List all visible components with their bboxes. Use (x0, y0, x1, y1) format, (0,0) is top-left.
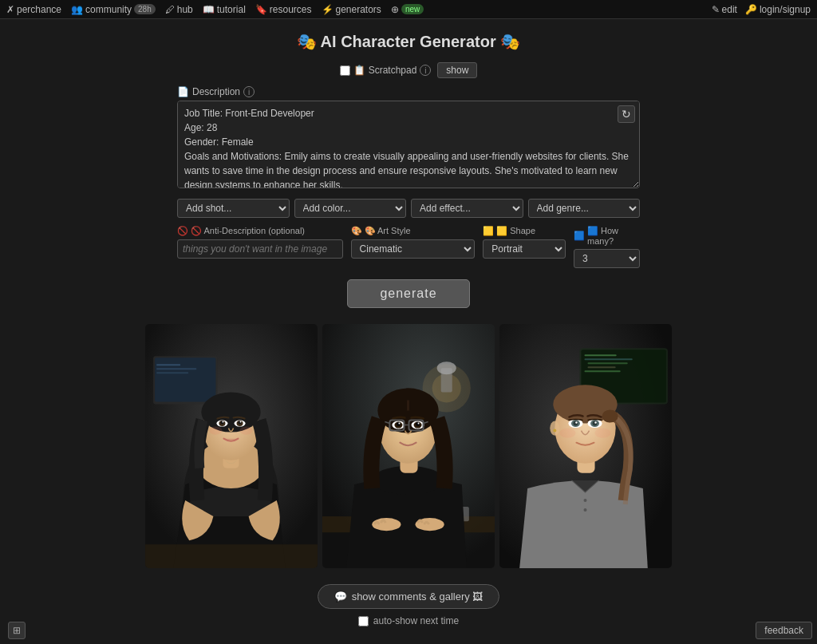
nav-login[interactable]: 🔑 login/signup (745, 4, 811, 15)
svg-point-71 (550, 421, 559, 436)
how-many-col: 🟦 🟦 How many? 1 2 3 4 (574, 226, 640, 268)
description-refresh-button[interactable]: ↻ (618, 105, 635, 123)
community-badge: 28h (134, 4, 156, 14)
svg-rect-4 (156, 368, 196, 369)
description-info-icon[interactable]: i (243, 86, 255, 97)
description-icon: 📄 (177, 86, 189, 97)
auto-show-row: auto-show next time (358, 615, 459, 626)
nav-tutorial[interactable]: 📖 tutorial (203, 4, 246, 15)
svg-point-56 (583, 508, 586, 512)
svg-point-26 (437, 362, 456, 374)
generate-button[interactable]: generate (347, 279, 469, 308)
dropdowns-row: Add shot... Add color... Add effect... A… (177, 199, 640, 218)
art-style-select[interactable]: Cinematic Realistic Anime Digital Art (351, 239, 476, 259)
svg-point-67 (593, 421, 598, 426)
image-gallery (145, 324, 672, 568)
new-icon: ⊕ (391, 4, 399, 15)
shot-dropdown[interactable]: Add shot... (177, 199, 290, 218)
community-icon: 👥 (71, 4, 83, 15)
generated-image-1[interactable] (145, 324, 318, 568)
description-header: 📄 Description i (177, 86, 640, 97)
scratchpad-checkbox[interactable] (340, 65, 350, 76)
svg-point-42 (418, 423, 420, 425)
key-icon: 🔑 (745, 4, 757, 15)
edit-icon: ✎ (712, 4, 720, 15)
svg-rect-52 (588, 362, 628, 364)
grid-icon: ⊞ (13, 625, 21, 636)
bottom-left-icon[interactable]: ⊞ (8, 622, 26, 639)
effect-dropdown[interactable]: Add effect... (411, 199, 523, 218)
style-row: 🚫 🚫 Anti-Description (optional) 🎨 🎨 Art … (177, 226, 640, 268)
anti-description-label: 🚫 🚫 Anti-Description (optional) (177, 226, 343, 236)
scratchpad-show-button[interactable]: show (437, 62, 477, 78)
main-content: 🎭 AI Character Generator 🎭 📋 Scratchpad … (0, 19, 817, 639)
svg-rect-5 (156, 372, 188, 373)
color-dropdown[interactable]: Add color... (294, 199, 407, 218)
anti-icon: 🚫 (177, 226, 188, 236)
nav-hub[interactable]: 🖊 hub (165, 4, 193, 15)
svg-rect-54 (584, 370, 620, 372)
art-style-icon: 🎨 (351, 226, 362, 236)
nav-perchance[interactable]: ✗ perchance (6, 4, 61, 15)
scratchpad-icon: 📋 (353, 65, 365, 76)
svg-point-18 (240, 421, 242, 423)
auto-show-checkbox[interactable] (358, 616, 369, 626)
comments-gallery-button[interactable]: 💬 show comments & gallery 🖼 (318, 584, 500, 609)
nav-right: ✎ edit 🔑 login/signup (712, 4, 811, 15)
svg-point-41 (416, 422, 420, 426)
hub-icon: 🖊 (165, 4, 175, 15)
svg-point-70 (595, 429, 611, 438)
scratchpad-label[interactable]: 📋 Scratchpad i (340, 65, 432, 76)
genre-dropdown[interactable]: Add genre... (528, 199, 641, 218)
shape-icon: 🟨 (483, 226, 494, 236)
generators-icon: ⚡ (322, 4, 334, 15)
nav-resources[interactable]: 🔖 resources (255, 4, 312, 15)
scratchpad-row: 📋 Scratchpad i show (340, 62, 478, 78)
svg-rect-3 (156, 364, 180, 365)
art-style-label: 🎨 🎨 Art Style (351, 226, 476, 236)
generated-image-2[interactable] (322, 324, 495, 568)
resources-icon: 🔖 (255, 4, 267, 15)
nav-edit[interactable]: ✎ edit (712, 4, 737, 15)
how-many-label: 🟦 🟦 How many? (574, 226, 640, 246)
svg-point-55 (583, 499, 586, 502)
svg-point-37 (397, 422, 401, 426)
nav-generators[interactable]: ⚡ generators (322, 4, 381, 15)
nav-community[interactable]: 👥 community 28h (71, 4, 156, 15)
svg-rect-53 (588, 366, 616, 368)
art-style-col: 🎨 🎨 Art Style Cinematic Realistic Anime … (351, 226, 476, 259)
svg-point-60 (602, 409, 618, 422)
comments-icon: 💬 (334, 591, 347, 603)
generated-image-3[interactable] (499, 324, 672, 568)
anti-description-input[interactable] (177, 239, 343, 259)
svg-rect-21 (145, 544, 318, 568)
page-title: 🎭 AI Character Generator 🎭 (297, 32, 520, 51)
comments-gallery-label: show comments & gallery 🖼 (352, 591, 483, 603)
description-section: 📄 Description i ↻ (177, 86, 640, 191)
anti-description-col: 🚫 🚫 Anti-Description (optional) (177, 226, 343, 259)
svg-point-69 (559, 429, 575, 438)
tutorial-icon: 📖 (203, 4, 215, 15)
svg-point-10 (201, 392, 260, 432)
new-label: new (401, 4, 424, 14)
svg-point-19 (209, 427, 222, 435)
auto-show-label: auto-show next time (373, 615, 459, 626)
nav-new[interactable]: ⊕ new (391, 4, 424, 15)
perchance-icon: ✗ (6, 4, 14, 15)
description-textarea[interactable] (177, 101, 640, 188)
description-wrapper: ↻ (177, 101, 640, 191)
svg-rect-51 (584, 358, 632, 360)
feedback-button[interactable]: feedback (756, 622, 812, 639)
how-many-select[interactable]: 1 2 3 4 (574, 249, 640, 268)
svg-point-64 (575, 421, 577, 423)
shape-select[interactable]: Portrait Landscape Square (483, 239, 566, 259)
svg-point-68 (594, 421, 596, 423)
shape-col: 🟨 🟨 Shape Portrait Landscape Square (483, 226, 566, 259)
top-navigation: ✗ perchance 👥 community 28h 🖊 hub 📖 tuto… (0, 0, 817, 19)
svg-rect-50 (584, 354, 616, 356)
svg-point-63 (573, 421, 578, 426)
shape-label: 🟨 🟨 Shape (483, 226, 566, 236)
scratchpad-info-icon[interactable]: i (420, 65, 431, 76)
how-many-icon: 🟦 (574, 231, 585, 241)
svg-point-45 (372, 518, 401, 531)
